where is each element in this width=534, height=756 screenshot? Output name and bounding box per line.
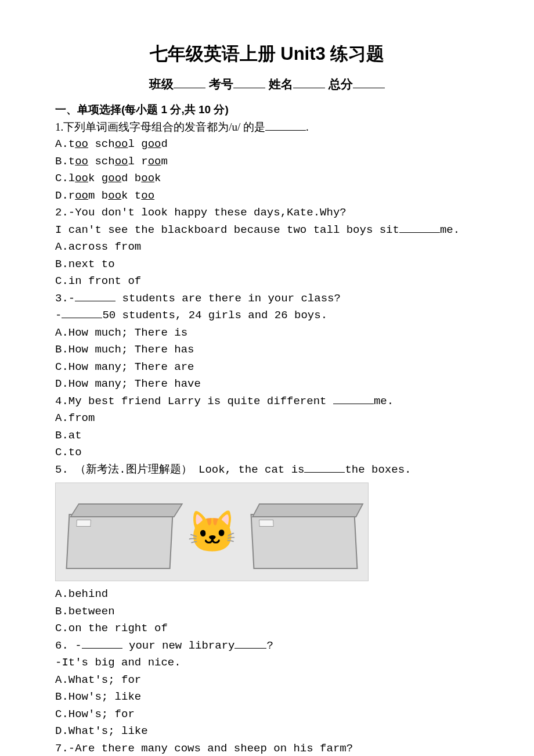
- box-right-icon: [251, 514, 358, 569]
- q3-line2: -50 students, 24 girls and 26 boys.: [55, 307, 479, 324]
- q1-stem-text: 1.下列单词画线字母组合的发音都为/u/ 的是: [55, 121, 265, 133]
- q1-option-a: A.too school good: [55, 136, 479, 153]
- q2-option-a: A.across from: [55, 239, 479, 255]
- name-blank[interactable]: [293, 76, 325, 88]
- box-left-icon: [66, 514, 174, 569]
- q6-option-c: C.How's; for: [55, 706, 479, 723]
- q1-option-b: B.too school room: [55, 153, 479, 170]
- class-blank[interactable]: [174, 76, 205, 88]
- q6-line2: -It's big and nice.: [55, 654, 479, 671]
- q3-option-b: B.How much; There has: [55, 341, 479, 358]
- q2-option-b: B.next to: [55, 256, 479, 273]
- q3-option-d: D.How many; There have: [55, 376, 479, 393]
- q3-line1-post: students are there in your class?: [116, 292, 341, 305]
- q3-line2-post: 50 students, 24 girls and 26 boys.: [102, 309, 327, 322]
- cat-icon: 🐱: [187, 502, 237, 563]
- q6-option-d: D.What's; like: [55, 723, 479, 740]
- q6-option-b: B.How's; like: [55, 689, 479, 705]
- q1-blank[interactable]: [265, 120, 306, 131]
- q2-blank[interactable]: [399, 222, 440, 233]
- exam-no-label: 考号: [209, 77, 233, 91]
- q7-line1: 7.-Are there many cows and sheep on his …: [55, 740, 479, 757]
- q6-line1: 6. - your new library?: [55, 638, 479, 654]
- q3-option-c: C.How many; There are: [55, 359, 479, 376]
- q1-option-d: D.room book too: [55, 188, 479, 204]
- q6-line1-pre: 6. -: [55, 639, 82, 652]
- q3-option-a: A.How much; There is: [55, 325, 479, 341]
- q1-stem: 1.下列单词画线字母组合的发音都为/u/ 的是.: [55, 119, 479, 136]
- q2-line2-pre: I can't see the blackboard because two t…: [55, 224, 399, 236]
- q3-blank1[interactable]: [75, 290, 116, 301]
- q1-stem-post: .: [306, 121, 309, 133]
- q3-line2-pre: -: [55, 309, 62, 322]
- q4-line1-post: me.: [374, 395, 394, 408]
- q2-line1: 2.-You don't look happy these days,Kate.…: [55, 204, 479, 221]
- document-title: 七年级英语上册 Unit3 练习题: [55, 41, 479, 68]
- q4-option-c: C.to: [55, 444, 479, 461]
- class-label: 班级: [149, 77, 174, 91]
- q5-line1-pre: 5. （新考法.图片理解题） Look, the cat is: [55, 463, 304, 476]
- exam-no-blank[interactable]: [233, 76, 265, 88]
- document-subtitle: 班级 考号 姓名 总分: [55, 75, 479, 93]
- q6-blank1[interactable]: [82, 638, 122, 649]
- q4-line1-pre: 4.My best friend Larry is quite differen…: [55, 395, 333, 408]
- q5-option-c: C.on the right of: [55, 620, 479, 637]
- q5-blank[interactable]: [304, 462, 345, 473]
- name-label: 姓名: [269, 77, 293, 91]
- q4-option-a: A.from: [55, 410, 479, 427]
- total-blank[interactable]: [353, 76, 385, 88]
- total-label: 总分: [329, 77, 353, 91]
- q2-option-c: C.in front of: [55, 273, 479, 290]
- q2-line2-post: me.: [440, 224, 460, 236]
- q5-line1-post: the boxes.: [345, 463, 411, 476]
- q4-blank[interactable]: [333, 393, 374, 404]
- q3-line1: 3.- students are there in your class?: [55, 290, 479, 307]
- section-1-heading: 一、单项选择(每小题 1 分,共 10 分): [55, 102, 479, 118]
- q3-line1-pre: 3.-: [55, 292, 75, 305]
- q6-blank2[interactable]: [234, 638, 266, 649]
- q5-line1: 5. （新考法.图片理解题） Look, the cat isthe boxes…: [55, 462, 479, 478]
- q6-line1-post: ?: [266, 639, 273, 652]
- q5-option-a: A.behind: [55, 586, 479, 603]
- q6-option-a: A.What's; for: [55, 672, 479, 689]
- q3-blank2[interactable]: [62, 307, 102, 318]
- q2-line2: I can't see the blackboard because two t…: [55, 222, 479, 239]
- q5-image: 🐱: [55, 483, 369, 581]
- q6-line1-mid: your new library: [122, 639, 235, 652]
- q4-line1: 4.My best friend Larry is quite differen…: [55, 393, 479, 410]
- q5-option-b: B.between: [55, 603, 479, 620]
- q4-option-b: B.at: [55, 427, 479, 444]
- q1-option-c: C.look good book: [55, 170, 479, 187]
